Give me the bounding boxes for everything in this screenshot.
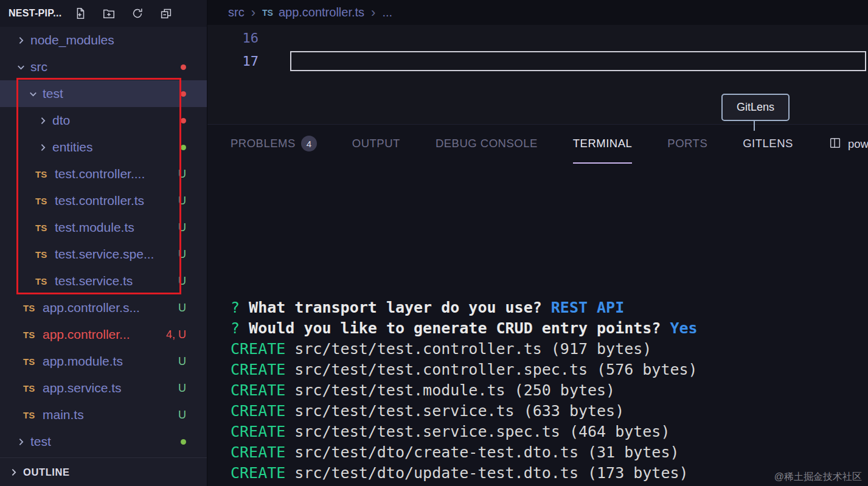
terminal-text: src/test/test.controller.ts (917 bytes) [294,340,651,358]
terminal-line: CREATE src/test/test.service.spec.ts (46… [231,422,868,442]
terminal-text: CREATE [231,361,294,378]
typescript-file-icon: TS [23,383,39,394]
terminal-line: ? What transport layer do you use? REST … [231,297,868,318]
inline-edit-box[interactable] [290,51,866,71]
terminal-text: ? [231,299,249,316]
file-item-test.service.ts[interactable]: TStest.service.tsU [0,268,207,294]
folder-item-test[interactable]: test [0,428,207,455]
terminal-line: CREATE src/test/dto/create-test.dto.ts (… [231,442,868,463]
item-label: node_modules [30,33,114,47]
breadcrumb-file[interactable]: app.controller.ts [279,5,364,19]
terminal-text: CREATE [231,443,294,461]
item-label: test.controller.ts [55,193,144,208]
modified-dot [181,145,186,150]
folder-item-dto[interactable]: dto [0,107,207,134]
problems-count-badge: 4 [301,136,317,151]
terminal-line: CREATE src/test/test.controller.spec.ts … [231,359,868,380]
breadcrumb-more[interactable]: ... [382,5,392,19]
folder-item-node-modules[interactable]: node_modules [0,27,207,54]
breadcrumb-bar: src › TS app.controller.ts › ... [207,0,868,25]
file-item-app.controller.s...[interactable]: TSapp.controller.s...U [0,294,207,321]
breadcrumb-folder[interactable]: src [228,5,245,19]
git-status-badge: U [178,221,186,234]
chevron-down-icon [15,61,27,73]
file-tree: node_modulessrctestdtoentitiesTStest.con… [0,27,207,455]
typescript-file-icon: TS [35,249,51,260]
item-label: app.controller... [43,327,130,342]
tooltip-stem [754,121,755,131]
file-item-app.service.ts[interactable]: TSapp.service.tsU [0,375,207,401]
folder-item-test[interactable]: test [0,80,207,107]
tab-problems[interactable]: PROBLEMS4 [231,125,317,164]
tab-debug-console[interactable]: DEBUG CONSOLE [436,125,538,164]
file-item-test.service.spe...[interactable]: TStest.service.spe...U [0,241,207,268]
item-label: test.controller.... [55,167,145,181]
item-label: test [43,86,63,101]
new-file-icon[interactable] [74,7,87,20]
explorer-actions [74,7,173,20]
typescript-file-icon: TS [262,8,273,18]
project-title: NEST-PIP... [9,8,61,19]
tab-gitlens[interactable]: GITLENS [743,125,793,164]
terminal-text: Yes [670,319,697,337]
tab-ports[interactable]: PORTS [667,125,707,164]
line-number-current: 17 [240,54,259,69]
item-label: app.module.ts [43,354,123,369]
refresh-icon[interactable] [131,7,144,20]
git-status-badge: U [178,355,186,368]
terminal-line: CREATE src/test/entities/test.entity.ts … [231,484,868,486]
git-status-badge: U [178,409,186,422]
terminal-text: CREATE [231,381,294,399]
terminal-text: src/test/test.module.ts (250 bytes) [294,381,615,399]
git-status-badge: U [178,382,186,395]
folder-item-src[interactable]: src [0,54,207,80]
terminal-text: ? [231,319,249,337]
file-item-test.controller.ts[interactable]: TStest.controller.tsU [0,187,207,214]
terminal-output[interactable]: ? What transport layer do you use? REST … [231,288,868,486]
outline-label: OUTLINE [23,467,70,478]
panel-tabs: PROBLEMS4OUTPUTDEBUG CONSOLETERMINALPORT… [207,125,868,164]
item-label: dto [52,113,70,128]
shell-selector[interactable]: powers [828,125,868,164]
typescript-file-icon: TS [23,330,39,340]
typescript-file-icon: TS [35,276,51,286]
vscode-window: NEST-PIP... node_modulessrctestdtoentiti… [0,0,868,486]
item-label: main.ts [43,408,84,422]
file-item-app.controller...[interactable]: TSapp.controller...4, U [0,321,207,348]
typescript-file-icon: TS [35,223,51,233]
new-folder-icon[interactable] [102,7,116,20]
terminal-text: src/test/dto/update-test.dto.ts (173 byt… [294,464,688,482]
terminal-text: CREATE [231,464,294,482]
folder-item-entities[interactable]: entities [0,134,207,161]
tab-label: PORTS [667,137,707,150]
terminal-text: src/test/test.controller.spec.ts (576 by… [294,361,697,378]
typescript-file-icon: TS [23,356,39,367]
editor-main: src › TS app.controller.ts › ... 16 17 P… [207,0,868,486]
tab-output[interactable]: OUTPUT [352,125,400,164]
shell-label: powers [848,137,868,151]
git-status-badge: 4, U [166,328,186,341]
terminal-text: What transport layer do you use? [249,299,551,316]
watermark: @稀土掘金技术社区 [774,471,862,484]
outline-section[interactable]: OUTLINE [0,457,207,486]
file-item-app.module.ts[interactable]: TSapp.module.tsU [0,348,207,375]
modified-dot [181,118,186,123]
file-item-test.module.ts[interactable]: TStest.module.tsU [0,214,207,241]
item-label: test.module.ts [55,220,134,235]
git-status-badge: U [178,302,186,314]
terminal-line: CREATE src/test/test.service.ts (633 byt… [231,401,868,422]
item-label: test.service.spe... [55,247,154,262]
file-item-main.ts[interactable]: TSmain.tsU [0,401,207,428]
line-number: 16 [240,30,259,46]
collapse-folders-icon[interactable] [159,7,173,20]
item-label: entities [52,140,93,154]
shell-panel-icon [828,136,842,153]
explorer-header: NEST-PIP... [0,0,207,27]
modified-dot [181,64,186,70]
item-label: src [30,60,47,74]
git-status-badge: U [178,275,186,288]
tab-terminal[interactable]: TERMINAL [573,125,633,164]
item-label: test [30,434,51,449]
file-item-test.controller....[interactable]: TStest.controller....U [0,161,207,187]
gitlens-tooltip: GitLens [721,94,790,121]
